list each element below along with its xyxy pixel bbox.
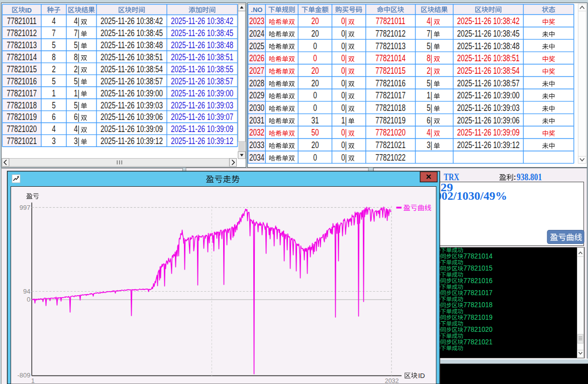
svg-text:77821011: 77821011 <box>7 16 37 26</box>
svg-text:4|: 4| <box>74 16 79 26</box>
svg-text:2023: 2023 <box>249 16 264 26</box>
svg-text:94: 94 <box>23 288 30 295</box>
svg-text:5|: 5| <box>74 76 79 86</box>
svg-text:2034: 2034 <box>249 152 264 162</box>
svg-text:7|: 7| <box>427 28 432 38</box>
svg-text:7: 7 <box>52 28 56 38</box>
svg-text:5|: 5| <box>427 78 432 88</box>
svg-text:3|: 3| <box>427 140 432 150</box>
svg-text:3: 3 <box>52 136 56 146</box>
svg-text:77821021: 77821021 <box>463 338 493 346</box>
svg-text:2025-11-26 10:38:42: 2025-11-26 10:38:42 <box>101 16 163 26</box>
svg-text:4|: 4| <box>427 16 432 26</box>
svg-text:2025-11-26 10:39:06: 2025-11-26 10:39:06 <box>101 111 163 121</box>
svg-text:997: 997 <box>20 204 31 211</box>
svg-text:1|: 1| <box>427 90 432 100</box>
svg-text:1|: 1| <box>74 88 79 98</box>
svg-text:77821013: 77821013 <box>7 40 37 50</box>
svg-text:2025-11-26 10:39:03: 2025-11-26 10:39:03 <box>457 102 520 112</box>
svg-text:2025-11-26 10:38:57: 2025-11-26 10:38:57 <box>457 78 520 88</box>
svg-text:20: 20 <box>311 140 319 150</box>
svg-text:2025-11-26 10:38:45: 2025-11-26 10:38:45 <box>457 28 520 38</box>
svg-text:2026: 2026 <box>249 53 264 63</box>
svg-text:77821014: 77821014 <box>463 252 493 260</box>
svg-text:77821019: 77821019 <box>375 115 406 125</box>
svg-text:1: 1 <box>52 88 56 98</box>
svg-text:0|: 0| <box>341 127 347 137</box>
svg-text:0: 0 <box>313 152 317 162</box>
svg-text:0: 0 <box>313 102 317 112</box>
svg-text:77821014: 77821014 <box>7 52 37 62</box>
svg-text:4: 4 <box>52 123 56 134</box>
svg-text:2025-11-26 10:38:48: 2025-11-26 10:38:48 <box>457 40 520 50</box>
svg-text:2025-11-26 10:39:09: 2025-11-26 10:39:09 <box>171 123 233 134</box>
svg-text:4|: 4| <box>427 127 432 137</box>
svg-text:2025-11-26 10:38:57: 2025-11-26 10:38:57 <box>101 76 163 86</box>
svg-text:3|: 3| <box>74 136 79 146</box>
svg-text:77821020: 77821020 <box>375 127 406 137</box>
svg-text:7|: 7| <box>74 28 79 38</box>
svg-text:2032: 2032 <box>385 377 399 384</box>
svg-text:0|: 0| <box>341 40 347 50</box>
svg-text:8|: 8| <box>74 52 79 62</box>
svg-text:-809: -809 <box>17 371 30 379</box>
svg-text:77821019: 77821019 <box>463 313 493 321</box>
svg-text:77821018: 77821018 <box>463 301 493 309</box>
svg-text:2033: 2033 <box>249 140 264 150</box>
svg-text:77821020: 77821020 <box>463 326 493 334</box>
svg-text:2025: 2025 <box>249 40 264 50</box>
svg-text:2027: 2027 <box>249 65 264 75</box>
svg-text:2025-11-26 10:38:51: 2025-11-26 10:38:51 <box>457 53 520 63</box>
svg-text:77821011: 77821011 <box>376 16 406 26</box>
svg-text:77821015: 77821015 <box>463 265 493 273</box>
svg-text:5|: 5| <box>74 99 79 109</box>
svg-text:2025-11-26 10:38:42: 2025-11-26 10:38:42 <box>171 16 233 26</box>
svg-text:77821015: 77821015 <box>7 64 37 74</box>
svg-text::: : <box>514 173 516 181</box>
svg-text:20: 20 <box>311 78 319 88</box>
svg-text:31: 31 <box>311 115 319 125</box>
svg-text:0|: 0| <box>341 16 347 26</box>
svg-text:0|: 0| <box>341 90 347 100</box>
svg-text:50: 50 <box>311 127 319 137</box>
svg-text:77821012: 77821012 <box>7 28 37 38</box>
svg-text:77821017: 77821017 <box>7 88 37 98</box>
svg-text:2025-11-26 10:39:03: 2025-11-26 10:39:03 <box>101 99 163 109</box>
svg-text:4|: 4| <box>74 123 79 134</box>
svg-text:77821013: 77821013 <box>375 40 406 50</box>
svg-text:0: 0 <box>313 90 317 100</box>
svg-text:2025-11-26 10:38:51: 2025-11-26 10:38:51 <box>171 52 233 62</box>
svg-text:20: 20 <box>311 28 319 38</box>
svg-text:.NO: .NO <box>251 6 262 14</box>
svg-text:2025-11-26 10:38:48: 2025-11-26 10:38:48 <box>171 40 233 50</box>
svg-text:2025-11-26 10:39:03: 2025-11-26 10:39:03 <box>171 99 233 109</box>
svg-text:2025-11-26 10:38:57: 2025-11-26 10:38:57 <box>171 76 233 86</box>
svg-text:6: 6 <box>52 111 56 121</box>
svg-text:0|: 0| <box>341 28 347 38</box>
svg-text:77821015: 77821015 <box>375 65 406 75</box>
svg-text:2025-11-26 10:38:42: 2025-11-26 10:38:42 <box>457 16 520 26</box>
svg-text:2025-11-26 10:39:12: 2025-11-26 10:39:12 <box>101 136 163 146</box>
svg-text:77821021: 77821021 <box>7 136 37 146</box>
svg-text:2025-11-26 10:39:09: 2025-11-26 10:39:09 <box>457 127 520 137</box>
svg-text:2028: 2028 <box>249 78 264 88</box>
svg-text:77821019: 77821019 <box>7 111 37 121</box>
svg-text:0: 0 <box>313 53 317 63</box>
svg-text:20: 20 <box>311 16 319 26</box>
svg-text:77821016: 77821016 <box>375 78 406 88</box>
svg-text:77821021: 77821021 <box>375 140 406 150</box>
svg-text:2025-11-26 10:39:00: 2025-11-26 10:39:00 <box>457 90 520 100</box>
svg-text:2|: 2| <box>74 64 79 74</box>
svg-text:77821017: 77821017 <box>375 90 406 100</box>
svg-text:0: 0 <box>313 40 317 50</box>
svg-text:1: 1 <box>31 377 35 384</box>
svg-text:2025-11-26 10:39:12: 2025-11-26 10:39:12 <box>171 136 233 146</box>
svg-text:0|: 0| <box>341 78 347 88</box>
svg-text:77821020: 77821020 <box>7 123 37 134</box>
svg-text:2|: 2| <box>427 65 432 75</box>
svg-text:77821017: 77821017 <box>463 289 493 297</box>
svg-text:ID: ID <box>25 7 32 14</box>
svg-text:6|: 6| <box>427 115 432 125</box>
svg-text:77821018: 77821018 <box>7 99 37 109</box>
svg-text:2032: 2032 <box>249 127 264 137</box>
